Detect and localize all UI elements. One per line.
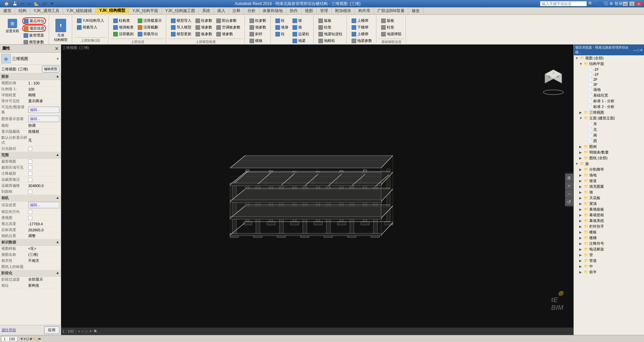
- btn-model-import2[interactable]: 模型导入: [170, 17, 193, 24]
- tab-xz[interactable]: 协作: [286, 7, 302, 14]
- visual-style-btn[interactable]: ◻: [85, 330, 88, 333]
- prop-hidden-lines-value[interactable]: 按规程: [28, 129, 59, 134]
- tree-structural-plan[interactable]: ▼ 📁 结构平面: [574, 61, 644, 67]
- btn-wall-param3[interactable]: 墙参数: [248, 24, 268, 31]
- tree-standard-1-analysis[interactable]: 📄 标准 1 - 分析: [574, 98, 644, 104]
- btn-live-load-show[interactable]: 活荷载显示: [136, 17, 163, 24]
- tree-fam-pipe[interactable]: ▶ 📁 管道: [574, 258, 644, 264]
- tree-floor-3f[interactable]: 📄 3F: [574, 82, 644, 87]
- tree-north[interactable]: 📄 北: [574, 127, 644, 132]
- prop-crop-view-checkbox[interactable]: [28, 160, 32, 164]
- minimize-btn[interactable]: —: [623, 1, 628, 6]
- tree-fam-ceiling[interactable]: ▶ 📁 天花板: [574, 195, 644, 201]
- tree-fam-railing[interactable]: ▶ 📁 栏杆扶手: [574, 224, 644, 229]
- tab-gjk[interactable]: 构件库: [355, 7, 374, 14]
- tree-fam-annotation[interactable]: ▶ 📁 注释符号: [574, 241, 644, 246]
- btn-wall-hole-check[interactable]: 墙洞检查: [112, 24, 135, 31]
- prop-phase-filter-value[interactable]: 全部显示: [28, 277, 59, 282]
- prop-eye-elevation-value[interactable]: -17769.4: [28, 222, 59, 226]
- tab-zs[interactable]: 注释: [229, 7, 244, 14]
- tab-yjk-tg[interactable]: YJK_通用工具: [30, 7, 63, 14]
- btn-col-pad2[interactable]: 柱垫: [380, 24, 403, 31]
- tree-floor-1f[interactable]: 📄 -1F: [574, 72, 644, 77]
- login-btn[interactable]: 登录: [614, 1, 623, 7]
- tab-jg[interactable]: 结构: [15, 7, 30, 14]
- close-btn[interactable]: ✕: [636, 1, 641, 6]
- btn-project-info[interactable]: 项目信息: [22, 25, 46, 32]
- status-sun-btn[interactable]: ☀: [20, 337, 23, 341]
- btn-col-param[interactable]: 柱参数: [194, 17, 214, 24]
- prop-scale-value-val[interactable]: 100: [28, 87, 59, 91]
- btn-yjk-import[interactable]: YJK结构导入: [76, 17, 105, 24]
- section-graphics-header[interactable]: 图形 ▲: [0, 73, 61, 80]
- btn-generate-model[interactable]: ⬆ 生成结构模型: [52, 17, 69, 44]
- btn-base-point[interactable]: 基点对位: [22, 17, 46, 24]
- tree-schedules[interactable]: ▶ 📁 明细表/数量: [574, 150, 644, 155]
- btn-frame-col[interactable]: 地框柱: [317, 38, 344, 44]
- qa-more-btn[interactable]: ▼: [49, 1, 55, 6]
- prop-far-clip-checkbox[interactable]: [28, 178, 32, 182]
- settings-icon[interactable]: ⚙: [609, 1, 613, 6]
- tab-fx[interactable]: 分析: [244, 7, 259, 14]
- btn-edge-beam-col[interactable]: 边梁柱: [291, 31, 311, 37]
- prop-sun-path-checkbox[interactable]: [28, 147, 32, 151]
- tree-fam-wall[interactable]: ▶ 📁 墙: [574, 189, 644, 195]
- btn-wall-base2[interactable]: 墙: [291, 24, 311, 31]
- tree-fam-roof[interactable]: ▶ 📁 屋顶: [574, 201, 644, 207]
- btn-lower-bind[interactable]: 下楼绑: [350, 24, 373, 31]
- prop-view-template-value[interactable]: <无>: [28, 246, 59, 251]
- tab-st[interactable]: 视图: [302, 7, 317, 14]
- properties-close-btn[interactable]: ✕: [55, 46, 59, 51]
- btn-load-export[interactable]: 荷载导出: [136, 31, 163, 37]
- btn-col-param2[interactable]: 柱参数: [248, 17, 268, 24]
- tree-fam-cable-tray[interactable]: ▶ 📁 电话桥架: [574, 246, 644, 252]
- btn-beam-drill[interactable]: 地梁钻进柱: [317, 31, 344, 37]
- tree-site[interactable]: 📄 场地: [574, 87, 644, 93]
- btn-live-load-rule[interactable]: 活荷载则: [112, 31, 135, 37]
- edit-type-btn[interactable]: 编辑类型: [42, 66, 59, 72]
- tab-fjmk[interactable]: 附加模块: [332, 7, 355, 14]
- prop-vis-graphics-edit[interactable]: 编辑...: [28, 107, 59, 113]
- qa-redo-btn[interactable]: ↪: [26, 1, 32, 6]
- tree-fam-ramp[interactable]: ▶ 📁 坡道: [574, 178, 644, 184]
- status-snap-btn[interactable]: ⊕: [30, 337, 32, 341]
- prop-view-scale-value[interactable]: 1 : 100: [28, 81, 59, 85]
- qa-measure-btn[interactable]: 📐: [33, 1, 41, 6]
- status-more-btn[interactable]: ≫: [38, 337, 41, 341]
- sun-path-btn[interactable]: ☀: [78, 330, 81, 333]
- prop-render-settings-edit[interactable]: 编辑...: [28, 202, 59, 208]
- prop-graphic-opts-edit[interactable]: 编辑...: [28, 116, 59, 122]
- btn-template[interactable]: 模板: [248, 38, 268, 44]
- nav-zoom-out[interactable]: −: [565, 190, 573, 197]
- btn-col-check[interactable]: 柱检查: [112, 17, 135, 24]
- search-icon[interactable]: 🔍: [588, 1, 593, 6]
- btn-slab-assembled[interactable]: 版板: [317, 17, 344, 24]
- prop-detail-level-value[interactable]: 精细: [28, 93, 59, 98]
- btn-wall-param[interactable]: 墙参数: [194, 24, 214, 31]
- btn-family-mgr[interactable]: 族管理器: [22, 32, 46, 39]
- btn-upper-bind2[interactable]: 上楼绑: [350, 31, 373, 37]
- btn-wall-param2[interactable]: 墙参数: [215, 31, 242, 37]
- qa-open-btn[interactable]: 🏠: [3, 1, 10, 6]
- tree-fam-site[interactable]: ▶ 📁 场地: [574, 172, 644, 178]
- info-icon[interactable]: ⓘ: [604, 1, 608, 7]
- btn-col-base2[interactable]: 柱: [274, 31, 290, 37]
- section-id-header[interactable]: 标识数据 ▲: [0, 239, 61, 246]
- qa-tag-btn[interactable]: 🏷: [41, 1, 48, 6]
- tree-fam-front-half[interactable]: ▶ 📁 前半: [574, 269, 644, 275]
- status-measure-btn[interactable]: 📐: [33, 337, 37, 341]
- btn-load-import[interactable]: 荷载导入: [76, 24, 105, 31]
- properties-apply-btn[interactable]: 应用: [44, 326, 59, 334]
- btn-ground-beam[interactable]: 地梁: [291, 38, 311, 44]
- pb-close-btn[interactable]: ✕: [640, 48, 643, 52]
- tree-elevations[interactable]: ▼ 📁 立面 (建筑立面): [574, 115, 644, 121]
- tree-fam-mid[interactable]: ▶ 📁 中: [574, 264, 644, 269]
- status-visual-btn[interactable]: ◻: [26, 337, 29, 341]
- tree-fam-curtain-panel[interactable]: ▶ 📁 幕墙嵌板: [574, 207, 644, 212]
- btn-live-load-del[interactable]: 活荷截删: [136, 24, 163, 31]
- search-input[interactable]: [540, 1, 587, 6]
- tree-fam-curtain-mullion[interactable]: ▶ 📁 幕墙竖框: [574, 212, 644, 218]
- tree-views-all[interactable]: ▼ 📁 视图 (全部): [574, 55, 644, 61]
- nav-zoom-fit[interactable]: ⊕: [565, 174, 573, 181]
- tab-yjk-jgscz[interactable]: YJK_结构施工图: [162, 7, 199, 14]
